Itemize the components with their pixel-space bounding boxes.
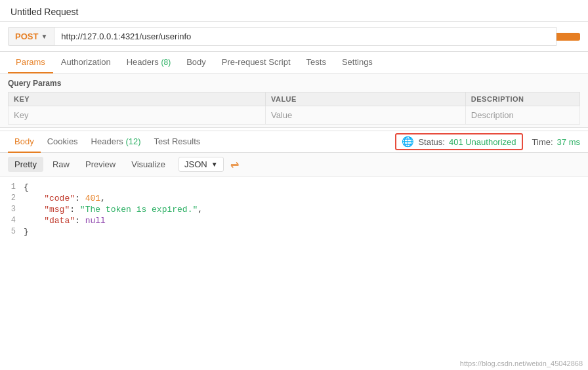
resp-tab-headers[interactable]: Headers (12) (85, 131, 148, 153)
value-cell[interactable]: Value (265, 106, 465, 125)
format-arrow-icon: ▼ (211, 161, 218, 168)
page-title: Untitled Request (0, 0, 588, 22)
url-bar: POST ▼ (0, 22, 588, 52)
query-params-section: Query Params KEY VALUE DESCRIPTION Key V… (0, 73, 588, 128)
tab-tests[interactable]: Tests (299, 52, 334, 73)
status-value: 401 Unauthorized (449, 137, 516, 147)
col-value-header: VALUE (265, 92, 465, 106)
json-body: 1 { 2 "code": 401, 3 "msg": "The token i… (0, 176, 588, 255)
body-tab-raw[interactable]: Raw (46, 157, 76, 172)
body-tab-preview[interactable]: Preview (79, 157, 122, 172)
col-key-header: KEY (9, 92, 266, 106)
col-desc-header: DESCRIPTION (465, 92, 579, 106)
status-area: 🌐 Status: 401 Unauthorized Time: 37 ms (395, 133, 580, 150)
url-input[interactable] (54, 27, 556, 46)
tab-body[interactable]: Body (178, 52, 214, 73)
json-brace-close: } (24, 227, 29, 237)
response-tabs-bar: Body Cookies Headers (12) Test Results 🌐… (0, 131, 588, 153)
globe-icon: 🌐 (402, 136, 414, 148)
method-selector[interactable]: POST ▼ (8, 27, 54, 46)
tab-params[interactable]: Params (8, 52, 53, 73)
method-arrow-icon: ▼ (41, 33, 47, 40)
request-tabs: Params Authorization Headers (8) Body Pr… (0, 52, 588, 73)
json-line-5: 5 } (0, 226, 588, 237)
send-button[interactable] (556, 33, 580, 41)
wrap-icon[interactable]: ⇌ (230, 158, 239, 171)
status-box: 🌐 Status: 401 Unauthorized (395, 133, 522, 150)
json-line-3: 3 "msg": "The token is expired.", (0, 204, 588, 215)
tab-pre-request-script[interactable]: Pre-request Script (214, 52, 299, 73)
time-label: Time: (532, 137, 553, 147)
json-line-2: 2 "code": 401, (0, 193, 588, 204)
query-params-title: Query Params (8, 79, 580, 88)
tab-headers[interactable]: Headers (8) (119, 52, 178, 73)
json-brace-open: { (24, 182, 29, 192)
tab-settings[interactable]: Settings (334, 52, 381, 73)
description-cell[interactable]: Description (465, 106, 579, 125)
json-line-4: 4 "data": null (0, 215, 588, 226)
status-label: Status: (418, 137, 444, 147)
resp-tab-test-results[interactable]: Test Results (148, 131, 207, 153)
body-tab-visualize[interactable]: Visualize (125, 157, 172, 172)
format-label: JSON (184, 159, 207, 169)
body-toolbar: Pretty Raw Preview Visualize JSON ▼ ⇌ (0, 153, 588, 176)
resp-tab-cookies[interactable]: Cookies (41, 131, 85, 153)
resp-tab-body[interactable]: Body (8, 131, 41, 153)
resp-headers-badge: (12) (125, 136, 140, 146)
table-row: Key Value Description (9, 106, 580, 125)
method-label: POST (15, 31, 38, 41)
tab-authorization[interactable]: Authorization (53, 52, 119, 73)
format-selector[interactable]: JSON ▼ (178, 157, 224, 172)
key-cell[interactable]: Key (9, 106, 266, 125)
headers-badge: (8) (161, 58, 171, 67)
json-line-1: 1 { (0, 182, 588, 193)
response-section: Body Cookies Headers (12) Test Results 🌐… (0, 131, 588, 255)
time-value: 37 ms (557, 137, 580, 147)
body-tab-pretty[interactable]: Pretty (8, 157, 43, 172)
params-table: KEY VALUE DESCRIPTION Key Value Descript… (8, 92, 580, 125)
